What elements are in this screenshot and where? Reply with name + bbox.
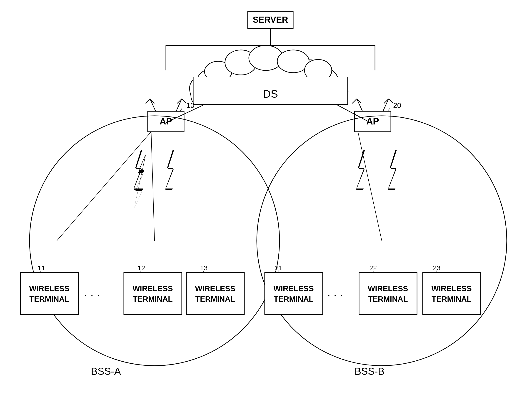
svg-line-45 [151, 132, 155, 241]
svg-text:20: 20 [393, 101, 401, 109]
svg-text:WIRELESS: WIRELESS [368, 284, 408, 293]
svg-marker-43 [386, 150, 397, 211]
svg-text:DS: DS [263, 88, 278, 100]
svg-line-23 [146, 99, 150, 103]
svg-marker-41 [164, 150, 174, 211]
svg-text:TERMINAL: TERMINAL [368, 295, 408, 303]
svg-text:AP: AP [366, 116, 379, 126]
svg-line-32 [357, 99, 362, 111]
svg-line-37 [389, 99, 393, 103]
svg-marker-42 [355, 150, 365, 211]
svg-line-29 [180, 109, 182, 111]
svg-rect-74 [423, 273, 481, 314]
svg-text:BSS-B: BSS-B [355, 366, 385, 377]
svg-text:. . .: . . . [327, 286, 343, 299]
svg-line-35 [383, 99, 389, 111]
diagram: SERVER DS AP [0, 0, 532, 402]
svg-line-19 [336, 105, 370, 123]
svg-text:11: 11 [38, 264, 45, 272]
svg-text:WIRELESS: WIRELESS [133, 284, 173, 293]
svg-text:WIRELESS: WIRELESS [29, 284, 70, 293]
svg-rect-47 [20, 273, 78, 314]
svg-rect-63 [265, 273, 323, 314]
svg-text:WIRELESS: WIRELESS [431, 284, 472, 293]
svg-line-33 [352, 99, 357, 103]
svg-rect-69 [359, 273, 417, 314]
svg-text:12: 12 [138, 264, 145, 272]
svg-rect-53 [124, 273, 182, 314]
svg-text:SERVER: SERVER [253, 15, 288, 25]
svg-text:10: 10 [186, 101, 195, 109]
svg-line-22 [150, 99, 156, 111]
svg-text:TERMINAL: TERMINAL [431, 295, 472, 303]
svg-line-25 [176, 99, 182, 111]
svg-text:WIRELESS: WIRELESS [195, 284, 235, 293]
svg-text:TERMINAL: TERMINAL [195, 295, 235, 303]
svg-text:TERMINAL: TERMINAL [133, 295, 173, 303]
svg-text:AP: AP [159, 116, 172, 126]
svg-text:TERMINAL: TERMINAL [274, 295, 314, 303]
svg-text:TERMINAL: TERMINAL [29, 295, 69, 303]
svg-line-27 [182, 99, 186, 103]
network-svg: SERVER DS AP [0, 0, 532, 402]
svg-text:21: 21 [275, 264, 283, 272]
svg-text:23: 23 [433, 264, 440, 272]
svg-line-46 [358, 132, 382, 241]
svg-text:WIRELESS: WIRELESS [273, 284, 314, 293]
svg-marker-40 [132, 150, 142, 211]
svg-line-39 [387, 109, 390, 111]
svg-text:13: 13 [200, 264, 208, 272]
svg-text:. . .: . . . [84, 286, 100, 299]
svg-rect-58 [186, 273, 244, 314]
svg-text:22: 22 [369, 264, 377, 272]
svg-text:BSS-A: BSS-A [91, 366, 121, 377]
